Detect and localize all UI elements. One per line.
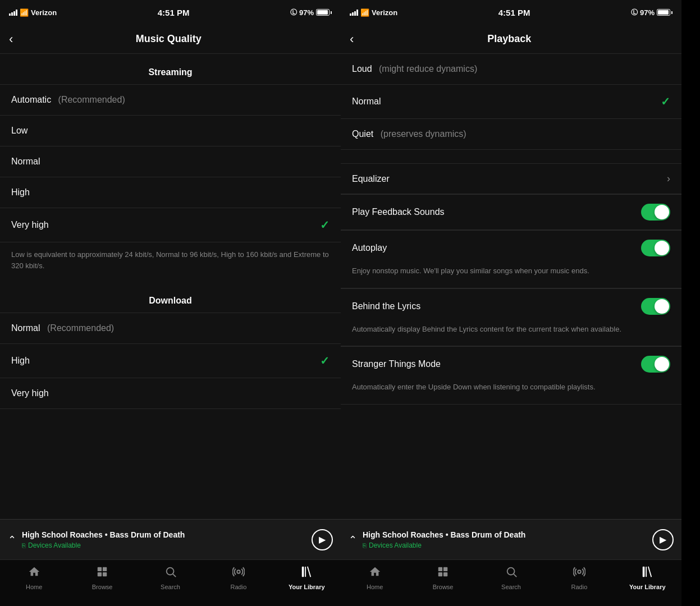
nav-radio-label-left: Radio bbox=[231, 584, 247, 590]
now-playing-left[interactable]: ⌃ High School Roaches • Bass Drum of Dea… bbox=[0, 519, 341, 559]
bottom-nav-left: Home Browse Search Radio Your Library bbox=[0, 559, 341, 606]
page-title-right: Playback bbox=[363, 33, 656, 45]
nav-browse-right[interactable]: Browse bbox=[409, 566, 477, 590]
back-button-right[interactable]: ‹ bbox=[350, 33, 354, 45]
nav-library-label-right: Your Library bbox=[629, 584, 666, 590]
np-title-right: High School Roaches • Bass Drum of Death bbox=[363, 530, 652, 540]
behind-lyrics-toggle[interactable] bbox=[641, 298, 670, 315]
signal-icon-right bbox=[350, 9, 358, 16]
radio-icon-right bbox=[573, 566, 585, 581]
autoplay-info: Enjoy nonstop music. We'll play you simi… bbox=[341, 265, 681, 288]
time-right: 4:51 PM bbox=[498, 8, 530, 17]
download-very-high[interactable]: Very high bbox=[0, 378, 341, 409]
streaming-automatic[interactable]: Automatic (Recommended) bbox=[0, 84, 341, 115]
svg-point-15 bbox=[578, 570, 581, 573]
streaming-high[interactable]: High bbox=[0, 177, 341, 208]
battery-pct-left: 97% bbox=[299, 8, 314, 17]
status-bar-right: 📶 Verizon 4:51 PM Ⓛ 97% bbox=[341, 0, 681, 25]
nav-browse-left[interactable]: Browse bbox=[68, 566, 136, 590]
download-normal[interactable]: Normal (Recommended) bbox=[0, 313, 341, 343]
equalizer-label: Equalizer bbox=[352, 174, 390, 184]
svg-rect-17 bbox=[646, 567, 647, 577]
nav-library-label-left: Your Library bbox=[289, 584, 325, 590]
streaming-normal[interactable]: Normal bbox=[0, 146, 341, 177]
nav-header-right: ‹ Playback bbox=[341, 25, 681, 54]
volume-quiet[interactable]: Quiet (preserves dynamics) bbox=[341, 119, 681, 150]
nav-search-label-left: Search bbox=[161, 584, 180, 590]
left-panel: 📶 Verizon 4:51 PM Ⓛ 97% ‹ Music Quality … bbox=[0, 0, 341, 606]
check-volume-normal: ✓ bbox=[661, 95, 670, 108]
stranger-things-row[interactable]: Stranger Things Mode bbox=[341, 346, 681, 382]
nav-search-label-right: Search bbox=[501, 584, 521, 590]
np-play-button-left[interactable]: ▶ bbox=[312, 529, 333, 550]
battery-icon-left bbox=[316, 9, 332, 16]
svg-rect-12 bbox=[443, 572, 447, 576]
devices-icon-left: ⎘ bbox=[22, 542, 26, 549]
streaming-header: Streaming bbox=[0, 54, 341, 84]
home-icon-right bbox=[369, 566, 381, 581]
stranger-things-info: Automatically enter the Upside Down when… bbox=[341, 382, 681, 404]
nav-search-right[interactable]: Search bbox=[477, 566, 545, 590]
carrier-left: Verizon bbox=[31, 8, 57, 17]
stranger-things-toggle[interactable] bbox=[641, 356, 670, 373]
svg-rect-10 bbox=[443, 567, 447, 571]
library-icon-left bbox=[300, 566, 313, 581]
time-left: 4:51 PM bbox=[158, 8, 190, 17]
volume-normal[interactable]: Normal ✓ bbox=[341, 85, 681, 119]
check-download-high: ✓ bbox=[320, 354, 330, 368]
play-feedback-toggle[interactable] bbox=[641, 204, 670, 221]
back-button-left[interactable]: ‹ bbox=[9, 33, 13, 45]
np-chevron-right[interactable]: ⌃ bbox=[349, 534, 357, 546]
behind-lyrics-label: Behind the Lyrics bbox=[352, 301, 420, 311]
nav-browse-label-left: Browse bbox=[92, 584, 113, 590]
autoplay-toggle[interactable] bbox=[641, 240, 670, 256]
np-chevron-left[interactable]: ⌃ bbox=[8, 534, 16, 546]
nav-search-left[interactable]: Search bbox=[136, 566, 204, 590]
svg-rect-16 bbox=[643, 567, 645, 577]
signal-icon bbox=[9, 9, 17, 16]
nav-home-left[interactable]: Home bbox=[0, 566, 68, 590]
svg-rect-7 bbox=[302, 567, 304, 577]
stranger-things-label: Stranger Things Mode bbox=[352, 359, 441, 369]
svg-rect-11 bbox=[438, 572, 442, 576]
svg-point-6 bbox=[237, 570, 240, 573]
browse-icon-left bbox=[96, 566, 108, 581]
svg-point-13 bbox=[507, 568, 514, 575]
nav-home-label-left: Home bbox=[26, 584, 42, 590]
content-left: Streaming Automatic (Recommended) Low No… bbox=[0, 54, 341, 519]
np-play-button-right[interactable]: ▶ bbox=[652, 529, 674, 550]
library-icon-right bbox=[641, 566, 653, 581]
volume-loud[interactable]: Loud (might reduce dynamics) bbox=[341, 54, 681, 85]
streaming-very-high[interactable]: Very high ✓ bbox=[0, 208, 341, 242]
behind-lyrics-row[interactable]: Behind the Lyrics bbox=[341, 288, 681, 324]
streaming-low[interactable]: Low bbox=[0, 115, 341, 146]
wifi-icon-right: 📶 bbox=[360, 8, 369, 17]
nav-browse-label-right: Browse bbox=[433, 584, 454, 590]
equalizer-row[interactable]: Equalizer › bbox=[341, 163, 681, 194]
svg-point-4 bbox=[166, 568, 173, 575]
svg-line-5 bbox=[173, 574, 176, 577]
nav-radio-left[interactable]: Radio bbox=[204, 566, 272, 590]
svg-rect-8 bbox=[305, 567, 306, 577]
nav-home-right[interactable]: Home bbox=[341, 566, 409, 590]
nav-library-right[interactable]: Your Library bbox=[614, 566, 681, 590]
location-icon: Ⓛ bbox=[290, 8, 297, 17]
svg-rect-9 bbox=[438, 567, 442, 571]
svg-rect-2 bbox=[98, 572, 102, 576]
nav-header-left: ‹ Music Quality bbox=[0, 25, 341, 54]
now-playing-right[interactable]: ⌃ High School Roaches • Bass Drum of Dea… bbox=[341, 519, 681, 559]
status-bar-left: 📶 Verizon 4:51 PM Ⓛ 97% bbox=[0, 0, 341, 25]
svg-line-14 bbox=[514, 574, 516, 577]
nav-radio-label-right: Radio bbox=[571, 584, 588, 590]
bottom-nav-right: Home Browse Search Radio Your Library bbox=[341, 559, 681, 606]
devices-icon-right: ⎘ bbox=[363, 542, 367, 549]
battery-icon-right bbox=[657, 9, 672, 16]
nav-library-left[interactable]: Your Library bbox=[273, 566, 341, 590]
download-high[interactable]: High ✓ bbox=[0, 343, 341, 378]
check-streaming-very-high: ✓ bbox=[320, 218, 330, 232]
nav-radio-right[interactable]: Radio bbox=[545, 566, 613, 590]
right-panel: 📶 Verizon 4:51 PM Ⓛ 97% ‹ Playback Loud … bbox=[341, 0, 681, 606]
svg-rect-0 bbox=[98, 567, 102, 571]
autoplay-row[interactable]: Autoplay bbox=[341, 230, 681, 265]
play-feedback-row[interactable]: Play Feedback Sounds bbox=[341, 194, 681, 230]
